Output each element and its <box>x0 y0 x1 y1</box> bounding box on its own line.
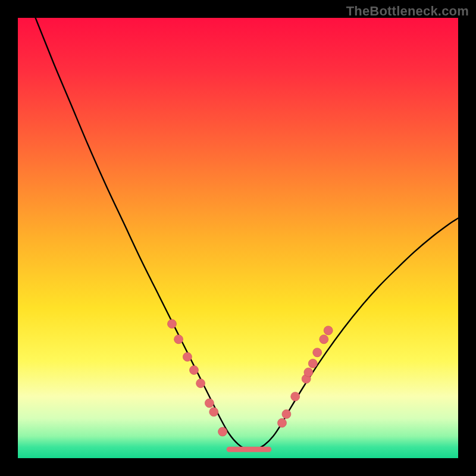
data-marker <box>291 392 300 401</box>
gradient-background <box>18 18 458 458</box>
data-marker <box>313 348 322 357</box>
data-marker <box>174 335 183 344</box>
data-marker <box>282 410 291 419</box>
data-marker <box>324 326 333 335</box>
chart-frame: TheBottleneck.com <box>0 0 476 476</box>
data-marker <box>304 368 313 377</box>
data-marker <box>218 427 227 436</box>
plot-area <box>18 18 458 458</box>
data-marker <box>320 335 328 344</box>
data-marker <box>205 399 214 408</box>
data-marker <box>168 320 177 328</box>
data-marker <box>308 359 317 368</box>
bottleneck-chart-svg <box>18 18 458 458</box>
data-marker <box>183 352 192 361</box>
watermark-text: TheBottleneck.com <box>346 4 469 19</box>
data-marker <box>196 379 205 388</box>
data-marker <box>209 408 218 416</box>
data-marker <box>278 418 287 427</box>
data-marker <box>190 366 199 375</box>
